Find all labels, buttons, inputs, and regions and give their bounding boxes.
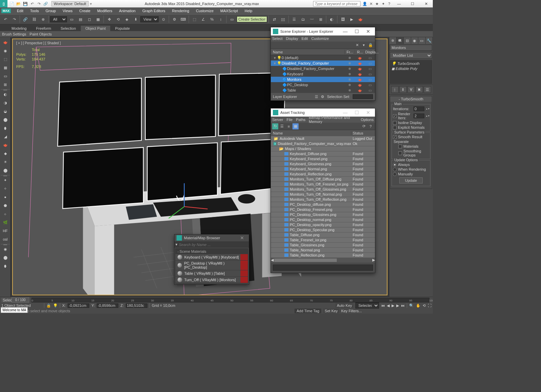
render-setup-icon[interactable]: 🖼 xyxy=(339,15,347,23)
placement-icon[interactable]: ⬇ xyxy=(132,15,140,23)
maximize-button[interactable]: ☐ xyxy=(406,2,419,6)
goto-start-icon[interactable]: ⏮ xyxy=(381,303,385,308)
percent-snap-icon[interactable]: % xyxy=(208,15,216,23)
at-row[interactable]: PC_Desktop_normal.pngFound xyxy=(271,217,375,222)
config-icon[interactable]: ☰ xyxy=(424,86,431,93)
menu-animation[interactable]: Animation xyxy=(116,9,139,13)
at-row[interactable]: PC_Desktop_Specular.pngFound xyxy=(271,227,375,232)
modify-tab-icon[interactable]: 🛠 xyxy=(397,37,404,44)
at-status-icon[interactable]: ⟳ xyxy=(361,123,367,129)
named-selection-input[interactable] xyxy=(237,16,267,22)
workspace-selector[interactable]: Workspace: Default xyxy=(51,1,89,6)
at-row[interactable]: Monitors_Turn_Off_Reflection.pngFound xyxy=(271,197,375,202)
se-row[interactable]: 🔷 Monitors ❄🫖▭ xyxy=(271,77,375,82)
unique-icon[interactable]: ∀ xyxy=(407,86,415,93)
se-selset-input[interactable] xyxy=(353,94,373,99)
next-frame-icon[interactable]: ▶ xyxy=(396,303,399,308)
se-col-frozen[interactable]: Fr... xyxy=(345,50,355,54)
se-close-button[interactable]: ✕ xyxy=(363,29,373,34)
left-tool-17[interactable]: — xyxy=(1,175,10,175)
mb-search-input[interactable] xyxy=(179,243,248,247)
explicit-normals-checkbox[interactable] xyxy=(393,126,397,129)
snap-icon[interactable]: ⬚ xyxy=(190,15,198,23)
cloud-icon[interactable]: ✦ xyxy=(380,2,386,6)
at-tree-icon[interactable]: ☰ xyxy=(279,123,285,129)
menu-views[interactable]: Views xyxy=(59,9,76,13)
modifier-stack[interactable]: 💡 TurboSmooth ◼ Editable Poly xyxy=(390,60,432,84)
qat-new-icon[interactable]: 📄 xyxy=(9,1,15,7)
sep-materials-checkbox[interactable] xyxy=(398,145,402,148)
select-region-icon[interactable]: ◻ xyxy=(85,15,93,23)
left-tool-19[interactable]: ✧ xyxy=(1,185,10,192)
ribbon-tab-populate[interactable]: Populate xyxy=(110,26,134,31)
at-table-icon[interactable]: ▦ xyxy=(292,123,299,129)
display-tab-icon[interactable]: ▭ xyxy=(418,37,426,44)
left-tool-14[interactable]: ◆ xyxy=(1,150,10,157)
at-row[interactable]: PC_Desktop_opacity.pngFound xyxy=(271,222,375,227)
angle-snap-icon[interactable]: ∠ xyxy=(199,15,207,23)
update-button[interactable]: Update xyxy=(399,177,423,183)
at-row[interactable]: Keyboard_Reflection.pngFound xyxy=(271,172,375,177)
menu-edit[interactable]: Edit xyxy=(14,9,27,13)
show-end-icon[interactable]: Ⅱ xyxy=(399,86,407,93)
goto-end-icon[interactable]: ⏭ xyxy=(401,303,405,308)
at-refresh-icon[interactable]: ↻ xyxy=(272,123,278,129)
at-menu-bitmap[interactable]: Bitmap Performance and Memory xyxy=(309,116,357,124)
frame-indicator[interactable]: 0 / 100 xyxy=(11,297,29,302)
create-tab-icon[interactable]: ✲ xyxy=(389,37,397,44)
render-iters-spinner[interactable]: ▲▼ xyxy=(426,115,429,117)
at-row[interactable]: Table_Glossines.pngFound xyxy=(271,243,375,248)
layers-icon[interactable]: ☰ xyxy=(290,15,298,23)
orbit-icon[interactable]: ⟲ xyxy=(423,303,426,308)
select-icon[interactable]: ▭ xyxy=(68,15,76,23)
link-icon[interactable]: 🔗 xyxy=(21,15,29,23)
isolate-icon[interactable]: 💡 xyxy=(53,303,58,308)
at-row[interactable]: Keyboard_Normal.pngFound xyxy=(271,167,375,172)
update-manually-radio[interactable] xyxy=(393,172,397,176)
named-sel-icon[interactable]: ▭ xyxy=(228,15,236,23)
keyfilters-button[interactable]: Key Filters... xyxy=(341,309,362,313)
left-tool-18[interactable]: ✦ xyxy=(1,176,10,184)
schematic-icon[interactable]: ⊞ xyxy=(316,15,325,23)
undo-icon[interactable]: ↶ xyxy=(1,15,9,23)
material-browser-window[interactable]: Material/Map Browser ✕ ▾ - Scene Materia… xyxy=(174,234,249,285)
setkey-button[interactable]: Set Key xyxy=(323,309,339,313)
at-minimize-button[interactable]: — xyxy=(340,110,350,115)
at-path-input[interactable] xyxy=(273,265,373,271)
left-tool-22[interactable]: ⟐ xyxy=(1,210,10,218)
left-tool-15[interactable]: ☀ xyxy=(1,158,10,166)
se-col-name[interactable]: Name xyxy=(271,50,345,54)
mb-item[interactable]: Keyboard ( VRayMtl ) [Keyboard] xyxy=(175,254,248,261)
at-col-name[interactable]: Name xyxy=(271,131,351,135)
rollout-header[interactable]: - TurboSmooth xyxy=(390,96,432,102)
left-tool-21[interactable]: ⬣ xyxy=(1,202,10,209)
se-row[interactable]: 🔷 Keyboard ❄🫖▭ xyxy=(271,71,375,77)
unlink-icon[interactable]: ⛓ xyxy=(30,15,38,23)
help-search-input[interactable] xyxy=(313,1,360,6)
sep-smoothing-checkbox[interactable] xyxy=(398,151,402,155)
pin-stack-icon[interactable]: ⟊ xyxy=(391,86,399,93)
se-minimize-button[interactable]: — xyxy=(340,29,350,34)
move-icon[interactable]: ✥ xyxy=(105,15,113,23)
use-center-icon[interactable]: ⊙ xyxy=(159,15,167,23)
menu-maxscript[interactable]: MAXScript xyxy=(217,9,241,13)
object-name-field[interactable] xyxy=(390,45,432,51)
lock-icon[interactable]: 🔒 xyxy=(46,303,51,308)
manipulate-icon[interactable]: ⚙ xyxy=(170,15,179,23)
left-tool-24[interactable]: HF xyxy=(1,227,10,235)
left-tool-4[interactable]: ▭ xyxy=(1,72,10,80)
isoline-checkbox[interactable] xyxy=(393,121,397,125)
at-row[interactable]: Monitors_Turn_Off_Glossines.pngFound xyxy=(271,187,375,192)
ribbon-tab-object-paint[interactable]: Object Paint xyxy=(81,26,111,31)
iterations-input[interactable] xyxy=(414,106,424,111)
at-row[interactable]: Table_Reflection.pngFound xyxy=(271,253,375,258)
se-layers-icon[interactable]: ☰ xyxy=(315,95,318,99)
menu-modifiers[interactable]: Modifiers xyxy=(94,9,116,13)
at-row[interactable]: Keyboard_Glosiness.pngFound xyxy=(271,162,375,167)
se-row[interactable]: 🔷 Table ❄🫖▭ xyxy=(271,88,375,93)
se-col-render[interactable]: R... xyxy=(355,50,365,54)
mb-item[interactable]: Turn_Off ( VRayMtl ) [Monitors] xyxy=(175,277,248,283)
se-menu-display[interactable]: Display xyxy=(286,36,298,41)
se-row[interactable]: 🔷 Disabled_Factory_Computer ❄🫖▭ xyxy=(271,66,375,71)
prev-frame-icon[interactable]: ◀ xyxy=(387,303,390,308)
